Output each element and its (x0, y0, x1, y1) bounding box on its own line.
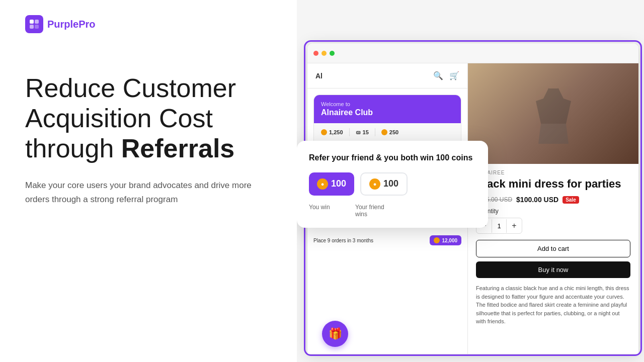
product-image (468, 63, 638, 164)
loyalty-club-name: Alnairee Club (321, 108, 454, 117)
headline-line3-bold: Referrals (121, 134, 234, 163)
svg-rect-1 (35, 20, 39, 24)
tickets-stat: 🎟 15 (356, 129, 369, 135)
search-icon[interactable]: 🔍 (433, 71, 443, 80)
browser-dot-red (313, 51, 318, 56)
stat-divider-1 (349, 128, 350, 136)
product-brand: ALNAIREE (476, 170, 630, 175)
loyalty-stats: 1,250 🎟 15 250 (314, 123, 461, 142)
friend-win-label: Your friend wins (355, 204, 395, 218)
place-orders-text: Place 9 orders in 3 months (313, 238, 373, 243)
headline-line1: Reduce Customer (25, 73, 236, 103)
headline-line2: Acquisition Cost (25, 104, 213, 133)
gift-button[interactable]: 🎁 (322, 321, 348, 347)
sale-badge: Sale (562, 196, 579, 204)
subtitle: Make your core users your brand advocate… (25, 178, 257, 206)
price-row: $125.00 USD $100.00 USD Sale (476, 196, 630, 204)
svg-rect-0 (30, 20, 34, 24)
product-image-placeholder (468, 63, 638, 164)
svg-rect-2 (30, 25, 34, 29)
ticket-icon: 🎟 (356, 130, 361, 135)
browser-dot-green (330, 51, 335, 56)
product-panel: ALNAIREE Black mini dress for parties $1… (468, 63, 638, 354)
coins-stat: 1,250 (321, 129, 343, 135)
main-headline: Reduce Customer Acquisition Cost through… (25, 73, 272, 206)
gift-icon: 🎁 (329, 327, 342, 340)
loyalty-welcome: Welcome to (321, 101, 454, 107)
buy-now-button[interactable]: Buy it now (476, 261, 630, 278)
add-to-cart-button[interactable]: Add to cart (476, 240, 630, 257)
you-win-option: ● 100 (309, 172, 354, 196)
you-coin-icon: ● (317, 178, 328, 190)
left-panel: PurplePro Reduce Customer Acquisition Co… (0, 0, 297, 362)
product-name: Black mini dress for parties (476, 177, 630, 191)
extra-stat: 250 (381, 129, 398, 135)
logo-area: PurplePro (25, 15, 272, 33)
referral-options: ● 100 ● 100 (309, 172, 476, 196)
referral-modal-title: Refer your friend & you both win 100 coi… (309, 153, 476, 163)
coins-badge-icon (434, 237, 440, 243)
coins-value: 1,250 (329, 129, 343, 135)
tickets-value: 15 (363, 129, 369, 135)
referral-modal: Refer your friend & you both win 100 coi… (297, 141, 488, 228)
cart-icon[interactable]: 🛒 (449, 71, 459, 80)
product-info: ALNAIREE Black mini dress for parties $1… (468, 164, 638, 332)
price-sale: $100.00 USD (516, 196, 558, 204)
logo-icon (25, 15, 43, 33)
friend-coin-icon: ● (369, 178, 380, 190)
quantity-increase-button[interactable]: + (507, 218, 522, 233)
friend-coins-value: 100 (383, 178, 398, 189)
extra-value: 250 (389, 129, 398, 135)
browser-dot-yellow (321, 51, 327, 56)
you-win-label: You win (309, 204, 349, 218)
place-orders-row: Place 9 orders in 3 months 12,000 (307, 231, 467, 249)
store-header-icons: 🔍 🛒 (433, 71, 459, 80)
referral-labels: You win Your friend wins (309, 204, 476, 218)
svg-rect-3 (35, 25, 39, 29)
product-description: Featuring a classic black hue and a chic… (476, 284, 630, 326)
quantity-value: 1 (492, 219, 507, 233)
right-panel: Al 🔍 🛒 Welcome to Alnairee Club (297, 0, 644, 362)
browser-bar (307, 43, 638, 63)
coins-reward-badge: 12,000 (430, 235, 461, 245)
store-header: Al 🔍 🛒 (307, 63, 467, 88)
store-header-text: Al (315, 72, 323, 80)
headline-line3-plain: through (25, 134, 121, 163)
friend-win-option: ● 100 (360, 172, 408, 196)
stat-divider-2 (375, 128, 375, 136)
coins-reward-value: 12,000 (442, 238, 457, 243)
logo-name: PurplePro (47, 19, 96, 30)
extra-coin-icon (381, 129, 387, 135)
you-coins-value: 100 (331, 178, 346, 189)
quantity-label: Quantity (476, 208, 630, 215)
loyalty-header: Welcome to Alnairee Club (314, 95, 461, 123)
coin-icon (321, 129, 327, 135)
